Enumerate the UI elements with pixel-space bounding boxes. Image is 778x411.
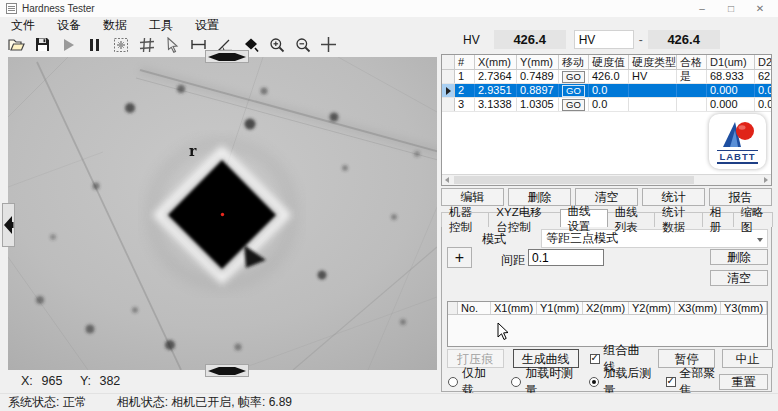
menu-item-tools[interactable]: 工具	[138, 17, 184, 34]
menu-item-device[interactable]: 设备	[46, 17, 92, 34]
col-hardness: 硬度值	[589, 55, 629, 69]
results-header-row: # X(mm) Y(mm) 移动 硬度值 硬度类型 合格 D1(um) D2(u…	[442, 55, 771, 70]
labtt-logo-text: LABTT	[717, 150, 757, 164]
report-button[interactable]: 报告	[709, 188, 772, 206]
minimize-button[interactable]: –	[690, 1, 714, 17]
reset-button[interactable]: 重置	[719, 374, 768, 390]
pause-button[interactable]	[85, 35, 104, 54]
crosshair-box-icon	[113, 37, 129, 53]
menu-item-settings[interactable]: 设置	[184, 17, 230, 34]
tab-album[interactable]: 相册	[702, 212, 734, 227]
hv-value-left: 426.4	[494, 30, 566, 49]
grid-button[interactable]	[137, 35, 156, 54]
stage-marker-top[interactable]	[205, 50, 249, 63]
tab-statistics[interactable]: 统计数据	[654, 212, 702, 227]
cross-icon	[320, 36, 337, 53]
spacing-input[interactable]	[528, 249, 604, 266]
stage-marker-bottom[interactable]	[205, 364, 249, 377]
cell-hardness: 0.0	[589, 98, 629, 111]
labtt-logo: LABTT	[709, 114, 766, 169]
stage-marker-top-icon	[207, 52, 247, 62]
play-button[interactable]	[59, 35, 78, 54]
save-button[interactable]	[33, 35, 52, 54]
hv-label: HV	[463, 33, 480, 47]
indent-center-dot	[221, 213, 224, 216]
hv-scale-select[interactable]: HV	[574, 30, 634, 49]
tab-curve-list[interactable]: 曲线列表	[607, 212, 655, 227]
scroll-right-icon[interactable]	[764, 177, 768, 183]
hardness-readout: HV 426.4 HV - 426.4	[441, 29, 773, 50]
zoom-in-button[interactable]	[267, 35, 286, 54]
col-index: #	[455, 55, 475, 69]
coord-x-value: 965	[41, 374, 76, 388]
coord-y-label: Y:	[80, 374, 96, 388]
scrollbar-thumb[interactable]	[454, 176, 694, 184]
cell-index: 3	[455, 98, 475, 111]
points-table[interactable]: No. X1(mm) Y1(mm) X2(mm) Y2(mm) X3(mm) Y…	[447, 301, 768, 347]
stage-marker-left[interactable]	[2, 203, 15, 247]
close-button[interactable]: ✕	[748, 1, 772, 17]
cell-hardness: 426.0	[589, 70, 629, 83]
checkbox-icon	[666, 377, 676, 387]
table-row[interactable]: 1 2.7364 0.7489 GO 426.0 HV 是 68.933 62.…	[442, 70, 771, 84]
points-header-row: No. X1(mm) Y1(mm) X2(mm) Y2(mm) X3(mm) Y…	[448, 302, 767, 315]
specimen-image: r	[8, 57, 437, 370]
go-button[interactable]: GO	[562, 99, 585, 111]
col-y2: Y2(mm)	[629, 302, 675, 314]
cell-pass	[677, 84, 707, 97]
crosshair-box-button[interactable]	[111, 35, 130, 54]
pointer-icon	[166, 37, 179, 53]
cell-d1: 0.000	[707, 84, 755, 97]
open-folder-icon	[8, 37, 25, 52]
save-icon	[35, 37, 50, 52]
h-scrollbar[interactable]	[442, 174, 771, 185]
menu-item-file[interactable]: 文件	[0, 17, 46, 34]
menu-item-data[interactable]: 数据	[92, 17, 138, 34]
status-bar: 系统状态: 正常 相机状态: 相机已开启, 帧率: 6.89	[0, 393, 778, 411]
cell-x: 2.7364	[475, 70, 517, 83]
pointer-button[interactable]	[163, 35, 182, 54]
add-point-button[interactable]: +	[447, 247, 472, 268]
load-option-row: 仅加载 加载时测量 加载后测量 全部聚焦 重置	[442, 374, 773, 389]
cell-y: 0.8897	[517, 84, 559, 97]
title-bar: Hardness Tester – □ ✕	[0, 0, 778, 17]
zoom-out-button[interactable]	[293, 35, 312, 54]
zoom-out-icon	[295, 37, 311, 53]
cell-move: GO	[559, 98, 589, 111]
maximize-button[interactable]: □	[719, 1, 743, 17]
zoom-in-icon	[269, 37, 285, 53]
radio-icon	[511, 377, 521, 387]
tab-xyz-stage-control[interactable]: XYZ电移台控制	[488, 212, 560, 227]
current-row-marker-icon	[446, 87, 451, 95]
col-y: Y(mm)	[517, 55, 559, 69]
delete-button[interactable]: 删除	[508, 188, 571, 206]
play-icon	[62, 38, 75, 52]
tab-curve-settings[interactable]: 曲线设置	[560, 209, 608, 227]
open-button[interactable]	[7, 35, 26, 54]
col-pass: 合格	[677, 55, 707, 69]
window-title: Hardness Tester	[22, 3, 95, 14]
delete-point-button[interactable]: 删除	[710, 249, 768, 265]
cell-move: GO	[559, 70, 589, 83]
col-d2: D2(um)	[755, 55, 772, 69]
edit-button[interactable]: 编辑	[441, 188, 504, 206]
scroll-left-icon[interactable]	[445, 177, 449, 183]
go-button[interactable]: GO	[562, 85, 585, 97]
tab-thumbnails[interactable]: 缩略图	[733, 212, 773, 227]
table-row-selected[interactable]: 2 2.9351 0.8897 GO 0.0 0.000 0.00	[442, 84, 771, 98]
results-table[interactable]: # X(mm) Y(mm) 移动 硬度值 硬度类型 合格 D1(um) D2(u…	[441, 54, 772, 186]
clear-points-button[interactable]: 清空	[710, 270, 768, 286]
stats-button[interactable]: 统计	[642, 188, 705, 206]
pause-icon	[89, 38, 100, 52]
cell-hardness-type	[629, 84, 677, 97]
tab-bar: 机器控制 XYZ电移台控制 曲线设置 曲线列表 统计数据 相册 缩略图	[441, 209, 772, 227]
cell-index: 2	[455, 84, 475, 97]
app-window: Hardness Tester – □ ✕ 文件 设备 数据 工具 设置	[0, 0, 778, 411]
specimen-viewport[interactable]: r	[8, 57, 437, 370]
abort-button[interactable]: 中止	[722, 349, 773, 368]
table-row[interactable]: 3 3.1338 1.0305 GO 0.0 0.000 0.00	[442, 98, 771, 112]
checkbox-icon	[590, 354, 600, 364]
tab-machine-control[interactable]: 机器控制	[441, 212, 489, 227]
go-button[interactable]: GO	[562, 71, 585, 83]
cross-button[interactable]	[319, 35, 338, 54]
